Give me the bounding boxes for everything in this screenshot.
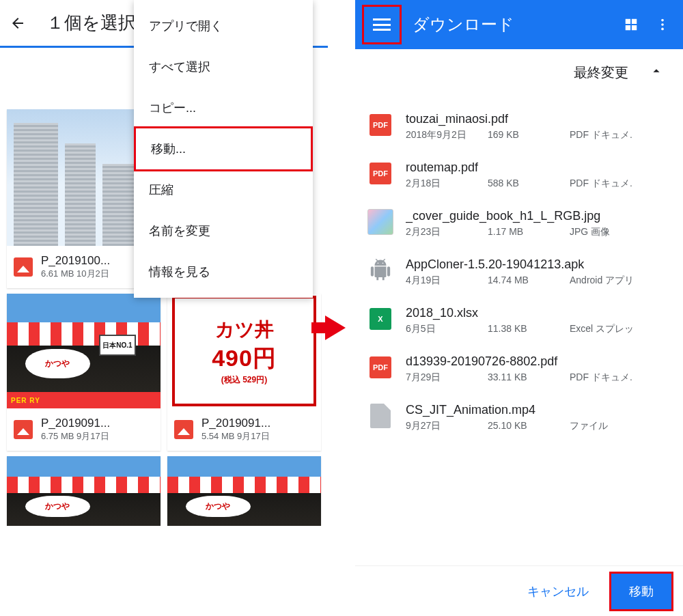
android-icon [367,257,393,283]
file-row[interactable]: PDFtouzai_minaosi.pdf2018年9月2日169 KBPDF … [367,102,671,151]
photo-card[interactable]: カツ丼 490円 (税込 529円) P_2019091... 5.54 MB … [167,294,321,451]
photo-thumbnail: かつや PER [167,456,321,526]
file-list: PDFtouzai_minaosi.pdf2018年9月2日169 KBPDF … [355,96,683,442]
hamburger-menu-button[interactable] [362,5,402,44]
sign-text-2: 490円 [212,343,277,374]
image-thumbnail-icon [367,209,393,235]
file-meta: 4月19日14.74 MBAndroid アプリ [406,275,671,287]
hamburger-icon [373,18,391,31]
move-button[interactable]: 移動 [609,572,673,611]
back-arrow-icon[interactable] [10,15,26,31]
pdf-icon: PDF [370,163,391,184]
file-meta: 2月18日588 KBPDF ドキュメ. [406,178,671,190]
file-meta: 9月27日25.10 KBファイル [406,420,671,432]
file-name: touzai_minaosi.pdf [406,112,671,126]
right-pane: ダウンロード 最終変更 PDFtouzai_minaosi.pdf2018年9月… [355,0,683,616]
svg-point-1 [661,23,664,26]
file-meta: 6月5日11.38 KBExcel スプレッ [406,323,671,335]
photo-thumbnail: かつや PER RY [7,456,161,526]
pdf-icon: PDF [370,356,391,378]
photo-meta: 5.54 MB 9月17日 [201,430,270,443]
menu-compress[interactable]: 圧縮 [134,169,313,210]
bottom-action-bar: キャンセル 移動 [355,565,683,616]
sign-text-1: カツ丼 [215,317,274,343]
xlsx-icon: X [370,308,391,330]
step-arrow-icon [325,316,346,340]
file-name: AppCloner-1.5.20-19041213.apk [406,257,671,272]
left-pane: １個を選択 アプリで開く すべて選択 コピー... 移動... 圧縮 名前を変更… [0,0,328,616]
file-meta: 7月29日33.11 KBPDF ドキュメ. [406,372,671,384]
file-name: d13939-20190726-8802.pdf [406,354,671,369]
generic-file-icon [370,404,391,428]
file-meta: 2018年9月2日169 KBPDF ドキュメ. [406,129,671,141]
selection-count-title: １個を選択 [46,11,136,35]
file-row[interactable]: X2018_10.xlsx6月5日11.38 KBExcel スプレッ [367,296,671,345]
photo-meta: 6.61 MB 10月2日 [41,268,110,280]
file-name: CS_JIT_Animation.mp4 [406,403,671,417]
image-icon [174,420,193,439]
page-title: ダウンロード [413,14,613,36]
photo-thumbnail: かつや 日本NO.1 PER RY [7,294,161,408]
file-row[interactable]: PDFroutemap.pdf2月18日588 KBPDF ドキュメ. [367,151,671,199]
view-toggle-button[interactable] [617,11,645,38]
photo-card[interactable]: かつや PER RY [7,456,161,526]
photo-filename: P_2019091... [41,417,110,430]
menu-open-with[interactable]: アプリで開く [134,5,313,46]
chevron-up-icon [649,64,664,81]
menu-info[interactable]: 情報を見る [134,251,313,292]
sort-label: 最終変更 [574,64,628,82]
file-name: 2018_10.xlsx [406,306,671,320]
menu-copy[interactable]: コピー... [134,87,313,128]
sort-bar[interactable]: 最終変更 [355,49,683,96]
sign-text-3: (税込 529円) [221,374,267,386]
svg-point-2 [661,28,664,31]
pdf-icon: PDF [370,114,391,136]
svg-point-0 [661,19,664,22]
menu-rename[interactable]: 名前を変更 [134,210,313,251]
menu-move[interactable]: 移動... [134,126,313,171]
more-options-button[interactable] [649,11,676,38]
menu-select-all[interactable]: すべて選択 [134,46,313,87]
cancel-button[interactable]: キャンセル [516,575,600,608]
file-row[interactable]: PDFd13939-20190726-8802.pdf7月29日33.11 KB… [367,345,671,393]
image-icon [14,420,33,439]
file-row[interactable]: _cover_guide_book_h1_L_RGB.jpg2月23日1.17 … [367,199,671,248]
file-meta: 2月23日1.17 MBJPG 画像 [406,226,671,238]
file-row[interactable]: CS_JIT_Animation.mp49月27日25.10 KBファイル [367,393,671,442]
photo-filename: P_2019100... [41,254,110,268]
context-menu: アプリで開く すべて選択 コピー... 移動... 圧縮 名前を変更 情報を見る [134,0,313,298]
photo-thumbnail: カツ丼 490円 (税込 529円) [167,294,321,408]
image-icon [14,257,33,277]
photo-card[interactable]: かつや 日本NO.1 PER RY P_2019091... 6.75 MB 9… [7,294,161,451]
file-row[interactable]: AppCloner-1.5.20-19041213.apk4月19日14.74 … [367,248,671,296]
photo-meta: 6.75 MB 9月17日 [41,430,110,443]
file-name: routemap.pdf [406,160,671,175]
file-name: _cover_guide_book_h1_L_RGB.jpg [406,209,671,223]
right-appbar: ダウンロード [355,0,683,49]
photo-card[interactable]: かつや PER [167,456,321,526]
photo-filename: P_2019091... [201,417,270,430]
